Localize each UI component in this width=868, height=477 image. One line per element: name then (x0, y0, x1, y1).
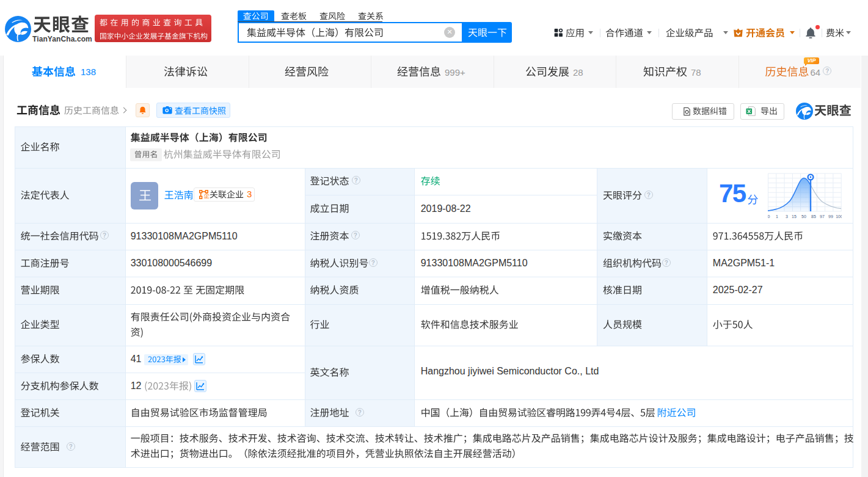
svg-text:0: 0 (768, 214, 770, 219)
svg-text:100: 100 (836, 214, 842, 219)
svg-text:15: 15 (792, 214, 797, 219)
svg-text:3: 3 (786, 214, 788, 219)
svg-text:1: 1 (776, 214, 778, 219)
svg-text:99: 99 (828, 214, 833, 219)
svg-text:97: 97 (820, 214, 825, 219)
svg-text:85: 85 (811, 214, 816, 219)
svg-text:50: 50 (801, 214, 806, 219)
